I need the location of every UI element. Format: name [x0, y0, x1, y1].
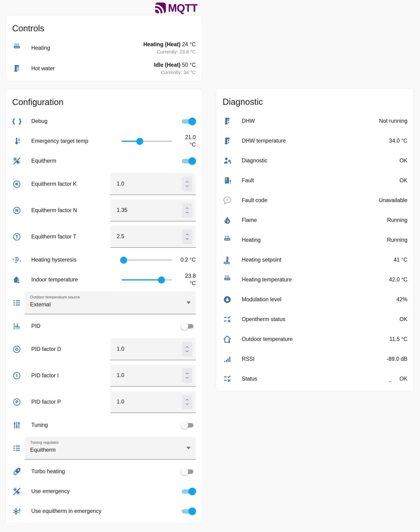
use-emergency-toggle[interactable]: [181, 487, 196, 496]
home-thermometer-outline-icon: [223, 335, 232, 344]
number-stepper[interactable]: [182, 203, 192, 218]
pid-factor-i-input[interactable]: 1.0: [110, 365, 196, 387]
diag-row-status[interactable]: Status OK: [223, 369, 407, 389]
state-secondary: Currently: 23.8 °C: [143, 48, 196, 55]
number-stepper[interactable]: [182, 368, 192, 383]
control-state[interactable]: Heating (Heat) 24 °C Currently: 23.8 °C: [143, 41, 196, 55]
control-row-hot-water[interactable]: Hot water Idle (Heat) 50 °C Currently: 3…: [12, 58, 196, 79]
diag-value: OK: [399, 376, 407, 382]
coolant-thermometer-icon: [223, 255, 232, 265]
diag-value: Running: [387, 237, 407, 243]
sun-snowflake-icon: [12, 487, 21, 496]
diag-value: OK: [399, 316, 407, 323]
slider-thumb[interactable]: [158, 277, 165, 283]
tune-vertical-icon: [12, 420, 21, 430]
diag-row-diagnostic[interactable]: Diagnostic OK: [223, 151, 407, 171]
list-bulleted-icon: [12, 443, 21, 453]
equitherm-factor-t-input[interactable]: 2.5: [110, 226, 196, 248]
select-label: Tuning regulator: [30, 440, 196, 445]
pid-factor-p-input[interactable]: 1.0: [110, 391, 196, 413]
control-row-heating[interactable]: Heating Heating (Heat) 24 °C Currently: …: [12, 38, 196, 58]
diag-value: OK: [399, 177, 407, 184]
alpha-p-circle-icon: [12, 397, 21, 407]
debug-toggle[interactable]: [181, 117, 196, 126]
config-row-equitherm: Equitherm: [12, 151, 196, 171]
diag-label: Fault code: [242, 197, 379, 204]
chevron-down-icon[interactable]: [185, 211, 189, 214]
tuning-toggle[interactable]: [181, 421, 196, 429]
configuration-card: Configuration Debug Emergency target tem…: [5, 89, 203, 524]
chevron-down-icon[interactable]: [185, 376, 189, 379]
slider-thumb[interactable]: [120, 257, 127, 264]
turbo-heating-toggle[interactable]: [181, 467, 196, 476]
number-stepper[interactable]: [182, 342, 192, 356]
control-state[interactable]: Idle (Heat) 50 °C Currently: 34 °C: [154, 61, 196, 76]
equitherm-factor-n-input[interactable]: 1.35: [110, 199, 196, 222]
chevron-down-icon[interactable]: [185, 237, 189, 240]
outdoor-temperature-source-select[interactable]: Outdoor temperature source External: [25, 291, 196, 314]
number-stepper[interactable]: [182, 177, 192, 191]
controls-title: Controls: [6, 15, 202, 38]
pid-factor-d-input[interactable]: 1.0: [110, 338, 196, 360]
equitherm-toggle[interactable]: [181, 157, 196, 165]
diag-row-modulation-level[interactable]: Modulation level 42%: [223, 290, 407, 310]
config-row-heating-hysteresis: Heating hysteresis 0.2 °C: [12, 250, 196, 270]
slider-track[interactable]: [121, 259, 172, 261]
mqtt-logo-icon: [155, 2, 166, 14]
chevron-up-icon[interactable]: [185, 181, 189, 183]
diag-row-outdoor-temperature[interactable]: Outdoor temperature 11.5 °C: [223, 329, 407, 349]
radiator-icon: [223, 236, 232, 245]
diag-row-dhw-temperature[interactable]: DHW temperature 34.0 °C: [223, 131, 407, 151]
chevron-up-icon[interactable]: [185, 233, 189, 236]
number-stepper[interactable]: [182, 395, 192, 409]
list-status-icon: [223, 315, 232, 324]
chevron-down-icon[interactable]: [185, 350, 189, 353]
chart-bar-icon: [12, 322, 21, 331]
chevron-up-icon[interactable]: [185, 207, 189, 209]
config-row-tuning: Tuning: [12, 415, 196, 435]
diag-row-dhw[interactable]: DHW Not running: [223, 111, 407, 131]
diag-label: Heating temperature: [242, 277, 389, 283]
diag-row-fault-code[interactable]: Fault code Unavailable: [223, 190, 407, 210]
slider-value: 21.0 °C: [178, 134, 196, 148]
config-label: PID factor D: [31, 346, 110, 352]
config-label: Indoor temperature: [31, 277, 121, 283]
number-stepper[interactable]: [182, 229, 192, 244]
diag-label: Heating: [242, 237, 387, 243]
indoor-temperature-slider[interactable]: [121, 275, 172, 284]
configuration-body: Debug Emergency target temp 21.0 °C Eq: [6, 111, 202, 523]
diag-value: Running: [387, 217, 407, 223]
emergency-target-temp-slider[interactable]: [121, 137, 172, 146]
tuning-regulator-select[interactable]: Tuning regulator Equitherm: [25, 437, 196, 460]
diag-row-flame[interactable]: Flame Running: [223, 210, 407, 230]
slider-thumb[interactable]: [136, 138, 143, 145]
pid-toggle[interactable]: [181, 322, 196, 331]
sun-snowflake-icon: [12, 156, 21, 166]
chevron-up-icon[interactable]: [185, 346, 189, 348]
control-label: Heating: [31, 45, 143, 51]
chevron-down-icon[interactable]: [185, 185, 189, 187]
diag-label: Heating setpoint: [242, 257, 394, 263]
select-value: Equitherm: [30, 447, 196, 453]
chevron-up-icon[interactable]: [185, 399, 189, 401]
diag-row-heating-temperature[interactable]: Heating temperature 42.0 °C: [223, 270, 407, 290]
diag-row-opentherm-status[interactable]: Opentherm status OK: [223, 310, 407, 329]
chevron-up-icon[interactable]: [185, 372, 189, 375]
diagnostic-card: Diagnostic DHW Not running DHW temperatu…: [216, 89, 414, 391]
heating-hysteresis-slider[interactable]: [121, 255, 172, 264]
dropdown-arrow-icon: [186, 301, 191, 304]
diag-label: RSSI: [242, 356, 387, 362]
diag-row-heating-setpoint[interactable]: Heating setpoint 41 °C: [223, 250, 407, 270]
config-label: Tuning: [31, 422, 181, 428]
diag-label: Status: [242, 376, 399, 382]
use-equitherm-in-emergency-toggle[interactable]: [181, 507, 196, 516]
diag-row-rssi[interactable]: RSSI -89.0 dB: [223, 349, 407, 369]
diag-row-heating[interactable]: Heating Running: [223, 230, 407, 250]
state-value: 50 °C: [182, 62, 196, 68]
config-row-use-emergency: Use emergency: [12, 481, 196, 501]
config-row-turbo-heating: Turbo heating: [12, 461, 196, 481]
equitherm-factor-k-input[interactable]: 1.0: [110, 173, 196, 195]
chevron-down-icon[interactable]: [185, 403, 189, 405]
diag-row-fault[interactable]: Fault OK: [223, 171, 407, 190]
config-label: PID factor P: [31, 399, 110, 405]
